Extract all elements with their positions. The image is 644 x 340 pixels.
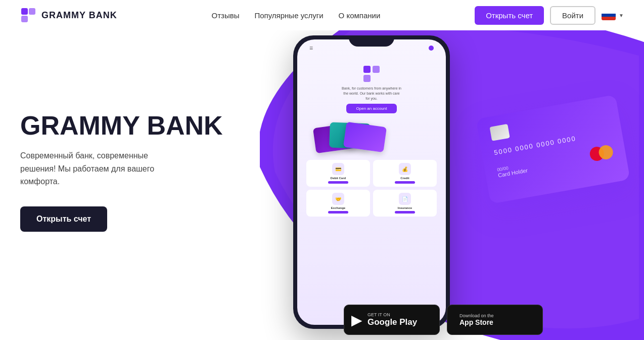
svg-rect-5: [363, 75, 371, 82]
hero-section: GRAMMY BANK Современный банк, современны…: [20, 111, 223, 232]
card-chip: [489, 124, 510, 141]
google-play-button[interactable]: ▶ GET IT ON Google Play: [344, 305, 440, 335]
phone-grid: 💳 Debit Card 💰 Credit 🤝 Exchange: [304, 160, 439, 217]
phone-logo-icon: [362, 65, 381, 83]
svg-rect-1: [29, 8, 35, 15]
insurance-icon: 📄: [399, 193, 411, 205]
header-actions: Открыть счет Войти ▼: [475, 6, 624, 25]
flag-russia-icon: [602, 10, 616, 20]
grid-item-exchange: 🤝 Exchange: [306, 190, 370, 217]
grid-item-insurance: 📄 Insurance: [373, 190, 437, 217]
google-play-icon: ▶: [351, 312, 362, 328]
main-content: GRAMMY BANK Современный банк, современны…: [0, 30, 644, 340]
main-nav: Отзывы Популярные услуги О компании: [212, 11, 381, 20]
google-play-sub: GET IT ON: [367, 312, 417, 317]
phone-indicator: [429, 46, 434, 51]
svg-rect-2: [21, 16, 28, 22]
grid-label-exchange: Exchange: [331, 206, 345, 209]
debit-card-icon: 💳: [332, 163, 344, 175]
logo-text: GRAMMY BANK: [41, 10, 117, 21]
phone-menu-icon: ≡: [309, 45, 313, 52]
nav-about[interactable]: О компании: [339, 11, 381, 20]
phone-cards-area: [304, 120, 439, 156]
app-store-text: Download on the App Store: [459, 313, 494, 327]
grid-label-credit: Credit: [400, 177, 409, 180]
grid-label-insurance: Insurance: [398, 206, 412, 209]
hero-subtitle: Современный банк, современные решения! М…: [20, 149, 162, 188]
logo-icon: [20, 7, 36, 23]
card-info: 00/00 Card Holder: [497, 162, 528, 179]
phone-open-btn[interactable]: Open an account: [346, 104, 397, 113]
phone-logo-area: Bank, for customers from anywhere in the…: [304, 65, 439, 116]
exchange-icon: 🤝: [332, 193, 344, 205]
app-store-name: App Store: [459, 318, 494, 327]
grid-action-exchange: [328, 211, 348, 214]
grid-action-insurance: [395, 211, 415, 214]
open-account-button[interactable]: Открыть счет: [475, 6, 544, 25]
google-play-name: Google Play: [367, 317, 417, 327]
nav-reviews[interactable]: Отзывы: [212, 11, 240, 20]
nav-services[interactable]: Популярные услуги: [254, 11, 323, 20]
svg-rect-3: [363, 66, 371, 73]
mastercard-logo: [589, 144, 614, 162]
app-buttons: ▶ GET IT ON Google Play Download on the …: [344, 305, 543, 335]
phone-tagline: Bank, for customers from anywhere in the…: [341, 86, 402, 101]
language-selector[interactable]: ▼: [602, 10, 624, 20]
hero-title: GRAMMY BANK: [20, 111, 223, 140]
grid-action-credit: [395, 181, 415, 184]
hero-open-account-button[interactable]: Открыть счет: [20, 206, 107, 232]
grid-item-credit: 💰 Credit: [373, 160, 437, 187]
grid-item-debit: 💳 Debit Card: [306, 160, 370, 187]
app-store-sub: Download on the: [459, 313, 494, 318]
login-button[interactable]: Войти: [550, 6, 595, 25]
grid-label-debit: Debit Card: [331, 177, 346, 180]
credit-icon: 💰: [399, 163, 411, 175]
logo[interactable]: GRAMMY BANK: [20, 7, 117, 23]
google-play-text: GET IT ON Google Play: [367, 312, 417, 327]
phone-mockup: ≡ Bank, for customers from anywhere in t…: [293, 35, 450, 329]
app-store-button[interactable]: Download on the App Store: [447, 305, 543, 335]
chevron-down-icon: ▼: [619, 13, 624, 18]
svg-rect-0: [21, 8, 28, 15]
phone-notch: [349, 35, 394, 47]
phone-screen: ≡ Bank, for customers from anywhere in t…: [297, 39, 446, 325]
grid-action-debit: [328, 181, 348, 184]
svg-rect-4: [373, 66, 380, 73]
